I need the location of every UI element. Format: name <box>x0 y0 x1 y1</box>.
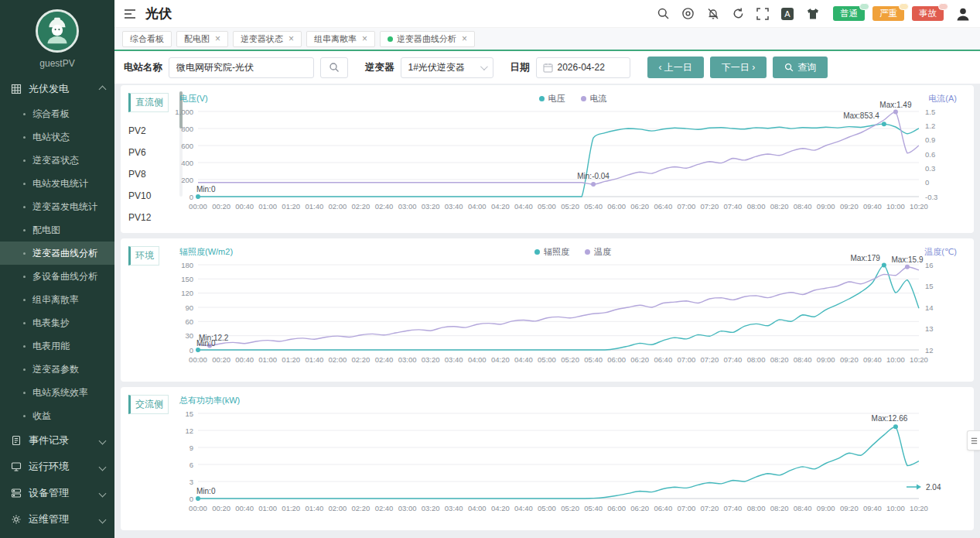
runtime-env-icon <box>11 461 22 472</box>
ops-mgmt-icon <box>11 514 22 525</box>
collapse-sidebar-icon[interactable] <box>124 9 136 19</box>
prev-day-button[interactable]: ‹ 上一日 <box>647 57 704 78</box>
sidebar-item[interactable]: 逆变器曲线分析 <box>0 242 114 265</box>
sidebar-item[interactable]: 逆变器发电统计 <box>0 195 114 218</box>
sidebar-item[interactable]: 电表用能 <box>0 334 114 358</box>
sidebar-item[interactable]: 电站发电统计 <box>0 172 114 195</box>
svg-text:05:20: 05:20 <box>561 504 579 512</box>
next-day-button[interactable]: 下一日 › <box>710 57 767 78</box>
pv-string-item[interactable]: PV10 <box>128 185 164 207</box>
svg-text:05:40: 05:40 <box>584 202 603 211</box>
legend-item[interactable]: 电流 <box>581 93 607 105</box>
pv-string-item[interactable]: PV2 <box>128 120 164 142</box>
ac-chart-area: 总有功功率(kW) 0369121500:0000:2000:4001:0001… <box>176 392 969 527</box>
svg-text:06:40: 06:40 <box>654 202 672 211</box>
sidebar-item[interactable]: 电表集抄 <box>0 311 114 334</box>
sidebar-item[interactable]: 逆变器参数 <box>0 358 114 381</box>
view-tab-4[interactable]: 逆变器曲线分析× <box>380 31 475 47</box>
svg-text:03:00: 03:00 <box>398 504 417 512</box>
close-tab-icon[interactable]: × <box>362 33 367 44</box>
alarm-badge[interactable]: 普通 <box>833 6 865 21</box>
sidebar-item[interactable]: 逆变器状态 <box>0 149 114 172</box>
svg-text:0.9: 0.9 <box>925 135 935 144</box>
inverter-label: 逆变器 <box>365 61 394 74</box>
svg-text:1,000: 1,000 <box>175 108 193 116</box>
svg-text:16: 16 <box>925 261 934 269</box>
pv-string-item[interactable]: PV6 <box>128 142 164 163</box>
translate-icon[interactable]: A <box>780 7 794 21</box>
date-input[interactable]: 2026-04-22 <box>536 57 630 78</box>
side-drawer-handle[interactable] <box>967 430 980 451</box>
tab-environment[interactable]: 环境 <box>128 246 159 266</box>
target-icon[interactable] <box>681 7 695 20</box>
svg-text:10:00: 10:00 <box>886 504 905 512</box>
bullet-dot <box>23 299 26 301</box>
svg-text:04:00: 04:00 <box>468 355 487 364</box>
sidebar-item[interactable]: 多设备曲线分析 <box>0 265 114 288</box>
legend-item[interactable]: 电压 <box>539 93 565 105</box>
svg-text:9: 9 <box>190 444 193 452</box>
svg-text:02:00: 02:00 <box>328 504 347 512</box>
alarm-badge[interactable]: 严重 <box>872 6 904 21</box>
close-tab-icon[interactable]: × <box>462 33 467 44</box>
mute-notifications-icon[interactable] <box>706 7 720 20</box>
sidebar-item[interactable]: 收益 <box>0 404 114 427</box>
svg-text:09:00: 09:00 <box>817 355 835 364</box>
sidebar-group-2[interactable]: 运行环境 <box>0 454 114 480</box>
pv-grid-icon <box>11 84 22 94</box>
sidebar-group-4[interactable]: 运维管理 <box>0 506 114 533</box>
svg-text:03:40: 03:40 <box>445 504 463 512</box>
svg-text:1.2: 1.2 <box>925 122 935 130</box>
svg-text:02:40: 02:40 <box>375 355 394 364</box>
svg-text:00:40: 00:40 <box>235 355 254 364</box>
sidebar-group-0[interactable]: 光伏发电 <box>0 76 114 102</box>
svg-text:02:40: 02:40 <box>375 202 394 211</box>
view-tab-2[interactable]: 逆变器状态× <box>233 31 302 47</box>
svg-text:08:20: 08:20 <box>770 504 789 512</box>
svg-text:05:20: 05:20 <box>561 202 579 211</box>
bullet-dot <box>23 206 26 208</box>
svg-text:Min:-0.04: Min:-0.04 <box>577 172 610 180</box>
alarm-badge[interactable]: 事故 <box>912 6 944 21</box>
chart-header: 电压(V) 电压电流 电流(A) <box>176 91 969 105</box>
view-tab-3[interactable]: 组串离散率× <box>306 31 375 47</box>
query-button[interactable]: 查询 <box>773 57 828 78</box>
svg-text:200: 200 <box>181 176 193 184</box>
tab-ac-side[interactable]: 交流侧 <box>128 395 169 414</box>
sidebar-group-3[interactable]: 设备管理 <box>0 480 114 506</box>
pv-string-item[interactable]: PV8 <box>128 163 164 185</box>
svg-text:10:20: 10:20 <box>910 504 928 512</box>
sidebar-item[interactable]: 组串离散率 <box>0 288 114 311</box>
inverter-select[interactable]: 1#光伏逆变器 <box>401 57 493 78</box>
sidebar-item[interactable]: 综合看板 <box>0 102 114 125</box>
refresh-icon[interactable] <box>732 7 745 20</box>
pv-string-item[interactable]: PV12 <box>128 207 164 228</box>
search-icon <box>329 62 340 73</box>
environment-panel: 环境 辐照度(W/m2) 辐照度温度 温度(℃) 030609012015018… <box>121 238 974 382</box>
fullscreen-icon[interactable] <box>756 8 769 20</box>
user-avatar-icon[interactable] <box>955 6 971 22</box>
date-value: 2026-04-22 <box>558 62 605 73</box>
search-icon[interactable] <box>657 7 670 20</box>
sidebar-item[interactable]: 电站状态 <box>0 125 114 149</box>
sidebar-item[interactable]: 电站系统效率 <box>0 381 114 404</box>
view-tab-1[interactable]: 配电图× <box>176 31 228 47</box>
svg-text:04:20: 04:20 <box>491 355 510 364</box>
station-search-button[interactable] <box>320 57 348 78</box>
bullet-dot <box>23 276 26 278</box>
svg-text:600: 600 <box>181 142 193 150</box>
station-name-input[interactable] <box>169 57 314 78</box>
close-tab-icon[interactable]: × <box>215 33 220 44</box>
close-tab-icon[interactable]: × <box>289 33 294 44</box>
theme-icon[interactable] <box>806 8 820 20</box>
legend-item[interactable]: 温度 <box>585 246 611 258</box>
bullet-dot <box>23 229 26 231</box>
sidebar-item[interactable]: 配电图 <box>0 218 114 242</box>
tabbar: 综合看板配电图×逆变器状态×组串离散率×逆变器曲线分析× <box>114 28 980 51</box>
calendar-icon <box>543 63 553 73</box>
sidebar-group-1[interactable]: 事件记录 <box>0 427 114 454</box>
tab-dc-side[interactable]: 直流侧 <box>128 93 169 112</box>
legend-item[interactable]: 辐照度 <box>534 246 569 258</box>
view-tab-0[interactable]: 综合看板 <box>122 31 172 47</box>
bullet-dot <box>23 113 26 115</box>
